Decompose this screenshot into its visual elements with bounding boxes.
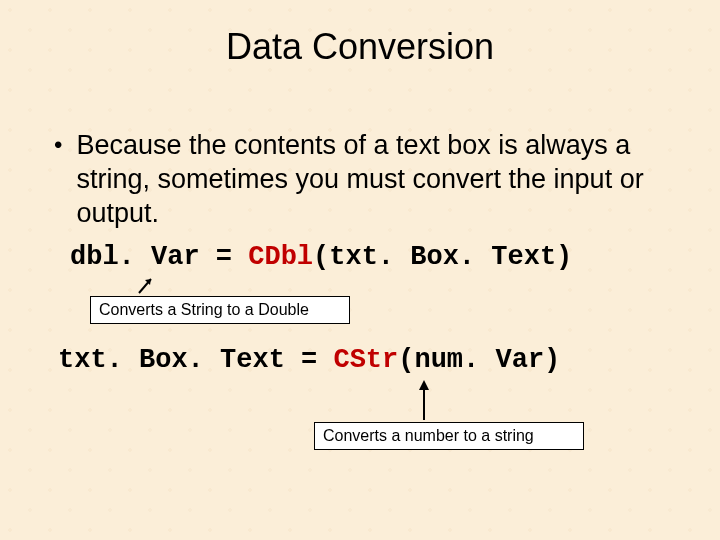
svg-marker-3 <box>419 380 429 390</box>
code-lhs-2: txt. Box. Text = <box>58 345 333 375</box>
code-fn-cdbl: CDbl <box>248 242 313 272</box>
code-args-2: (num. Var) <box>398 345 560 375</box>
code-line-cdbl: dbl. Var = CDbl(txt. Box. Text) <box>70 242 572 272</box>
arrow-up-icon <box>414 380 434 420</box>
code-line-cstr: txt. Box. Text = CStr(num. Var) <box>58 345 560 375</box>
bullet-text: Because the contents of a text box is al… <box>76 128 680 230</box>
caption-cstr: Converts a number to a string <box>314 422 584 450</box>
bullet-paragraph: • Because the contents of a text box is … <box>54 128 680 230</box>
caption-cdbl: Converts a String to a Double <box>90 296 350 324</box>
bullet-marker: • <box>54 128 76 230</box>
code-args-1: (txt. Box. Text) <box>313 242 572 272</box>
arrow-icon <box>135 273 157 295</box>
code-lhs-1: dbl. Var = <box>70 242 248 272</box>
code-fn-cstr: CStr <box>333 345 398 375</box>
slide-title: Data Conversion <box>0 0 720 68</box>
